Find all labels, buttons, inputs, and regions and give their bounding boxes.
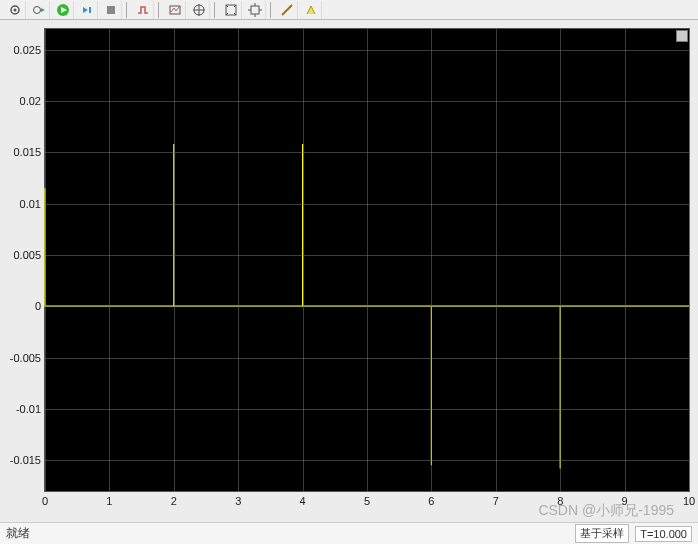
grid-line	[109, 29, 110, 491]
step-icon[interactable]	[76, 1, 98, 19]
separator-icon	[158, 2, 160, 18]
grid-line	[496, 29, 497, 491]
grid-line	[689, 29, 690, 491]
grid-line	[45, 409, 689, 410]
scope-chart[interactable]: 012345678910-0.015-0.01-0.00500.0050.010…	[44, 28, 690, 492]
y-tick-label: 0.025	[13, 44, 41, 56]
svg-rect-14	[251, 6, 259, 14]
x-tick-label: 9	[622, 495, 628, 507]
zoom-xy-icon[interactable]	[244, 1, 266, 19]
svg-rect-8	[107, 6, 115, 14]
grid-line	[431, 29, 432, 491]
separator-icon	[214, 2, 216, 18]
separator-icon	[270, 2, 272, 18]
grid-line	[45, 358, 689, 359]
x-tick-label: 4	[300, 495, 306, 507]
y-tick-label: 0.01	[20, 198, 41, 210]
x-tick-label: 3	[235, 495, 241, 507]
grid-line	[303, 29, 304, 491]
grid-line	[45, 460, 689, 461]
y-tick-label: -0.005	[10, 352, 41, 364]
scope-icon[interactable]	[164, 1, 186, 19]
x-tick-label: 7	[493, 495, 499, 507]
grid-line	[174, 29, 175, 491]
y-tick-label: -0.01	[16, 403, 41, 415]
zoom-fit-icon[interactable]	[220, 1, 242, 19]
x-tick-label: 2	[171, 495, 177, 507]
signal-icon[interactable]	[132, 1, 154, 19]
grid-line	[45, 101, 689, 102]
x-tick-label: 10	[683, 495, 695, 507]
status-ready: 就绪	[6, 525, 30, 542]
grid-line	[625, 29, 626, 491]
separator-icon	[126, 2, 128, 18]
gear-icon[interactable]	[4, 1, 26, 19]
y-tick-label: -0.015	[10, 454, 41, 466]
x-tick-label: 6	[428, 495, 434, 507]
svg-rect-7	[89, 7, 91, 13]
plot-area: 012345678910-0.015-0.01-0.00500.0050.010…	[0, 20, 698, 522]
y-tick-label: 0.015	[13, 146, 41, 158]
grid-line	[367, 29, 368, 491]
y-tick-label: 0.005	[13, 249, 41, 261]
grid-line	[45, 29, 46, 491]
grid-line	[45, 255, 689, 256]
svg-marker-3	[41, 8, 45, 12]
x-tick-label: 8	[557, 495, 563, 507]
stop-icon[interactable]	[100, 1, 122, 19]
measure-icon[interactable]	[276, 1, 298, 19]
svg-marker-6	[83, 7, 88, 13]
grid-line	[45, 204, 689, 205]
y-tick-label: 0.02	[20, 95, 41, 107]
svg-point-2	[33, 6, 40, 13]
status-time: T=10.000	[635, 526, 692, 542]
gear-play-icon[interactable]	[28, 1, 50, 19]
toolbar	[0, 0, 698, 20]
svg-point-1	[13, 8, 16, 11]
status-bar: 就绪 基于采样 T=10.000	[0, 522, 698, 544]
grid-line	[560, 29, 561, 491]
status-sample: 基于采样	[575, 524, 629, 543]
y-tick-label: 0	[35, 300, 41, 312]
x-tick-label: 1	[106, 495, 112, 507]
target-icon[interactable]	[188, 1, 210, 19]
x-tick-label: 0	[42, 495, 48, 507]
x-tick-label: 5	[364, 495, 370, 507]
grid-line	[45, 50, 689, 51]
grid-line	[238, 29, 239, 491]
highlight-icon[interactable]	[300, 1, 322, 19]
grid-line	[45, 152, 689, 153]
grid-line	[45, 306, 689, 307]
play-icon[interactable]	[52, 1, 74, 19]
